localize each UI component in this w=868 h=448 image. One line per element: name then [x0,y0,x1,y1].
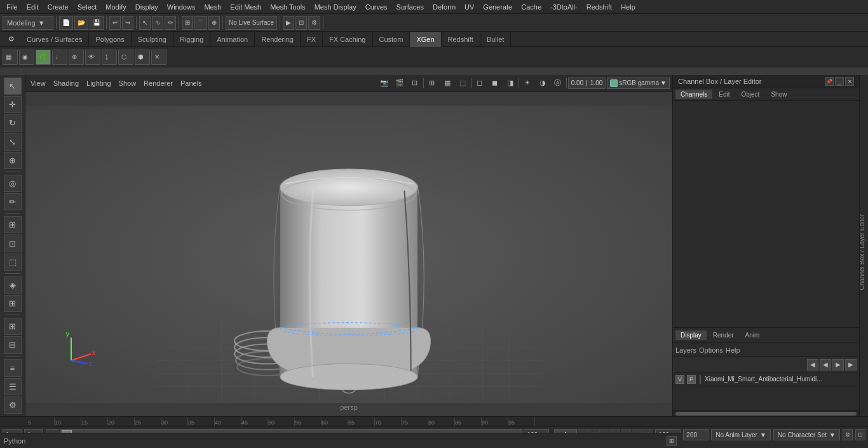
layer-top-btn[interactable]: ▶ [845,359,857,370]
lasso-tool-btn[interactable]: ∿ [152,16,163,30]
vp-frame-btn[interactable]: ▦ [440,76,454,90]
layer-tab-render[interactable]: Render [708,330,739,340]
select-tool-btn[interactable]: ↖ [139,16,151,30]
tab-fx-caching[interactable]: FX Caching [323,32,372,47]
vp-menu-panels[interactable]: Panels [178,78,205,88]
snap-surface-btn[interactable]: ⊡ [4,234,22,252]
xgen-btn-7[interactable]: ⤵ [102,50,117,65]
menu-edit[interactable]: Edit [23,2,43,12]
cb-tab-channels[interactable]: Channels [675,90,712,99]
open-scene-btn[interactable]: 📂 [74,16,88,30]
cb-tab-edit[interactable]: Edit [714,90,735,99]
snap-point-btn[interactable]: ⊞ [4,216,22,233]
layer-back-btn[interactable]: ◀ [820,359,831,370]
select-tool-btn[interactable]: ↖ [4,78,22,95]
menu-curves[interactable]: Curves [362,2,391,12]
layer-tab-anim[interactable]: Anim [740,330,765,340]
viewport-canvas[interactable]: x y z persp [25,92,672,416]
vp-aa-btn[interactable]: Ⓐ [551,76,565,90]
paint-select-btn[interactable]: ✏ [4,193,22,210]
layer-playback-0[interactable]: P [687,375,696,384]
scale-tool-btn[interactable]: ⤡ [4,133,22,151]
vp-menu-renderer[interactable]: Renderer [141,78,175,88]
ipr-btn[interactable]: ⊡ [295,16,307,30]
layer-row-0[interactable]: V P Xiaomi_Mi_Smart_Antibacterial_Humidi… [673,372,859,386]
menu-generate[interactable]: Generate [479,2,516,12]
layer-scrollbar[interactable] [673,410,859,416]
xgen-btn-10[interactable]: ✕ [151,50,166,65]
menu-mesh[interactable]: Mesh [200,2,225,12]
tab-sculpting[interactable]: Sculpting [132,32,173,47]
tab-animation[interactable]: Animation [210,32,255,47]
live-surface-btn[interactable]: No Live Surface [226,16,277,30]
vp-smooth-btn[interactable]: ◼ [488,76,502,90]
tab-curves-surfaces[interactable]: Curves / Surfaces [20,32,89,47]
xgen-btn-8[interactable]: ⬡ [118,50,133,65]
vp-ao-btn[interactable]: ◑ [536,76,550,90]
no-anim-layer-field[interactable]: No Anim Layer ▼ [711,429,771,440]
cb-pin-btn[interactable]: 📌 [825,77,834,86]
xgen-btn-4[interactable]: ↓ [52,50,67,65]
grid-btn[interactable]: ⊞ [4,295,22,312]
vp-shadow-btn[interactable]: ☀ [520,76,534,90]
menu-3dtall[interactable]: -3DtoAll- [546,2,581,12]
menu-select[interactable]: Select [74,2,101,12]
layer-visibility-0[interactable]: V [675,375,684,384]
workspace-dropdown[interactable]: Modeling ▼ [3,16,53,30]
menu-cache[interactable]: Cache [517,2,545,12]
snap-grid-btn[interactable]: ⊞ [182,16,193,30]
anim-settings-btn[interactable]: ⚙ [843,429,853,440]
vp-colorspace[interactable]: sRGB gamma ▼ [607,78,670,89]
redo-btn[interactable]: ↪ [122,16,133,30]
vp-menu-lighting[interactable]: Lighting [84,78,114,88]
vp-menu-show[interactable]: Show [116,78,139,88]
anim-extra-btn[interactable]: ⊡ [855,429,865,440]
vp-menu-shading[interactable]: Shading [51,78,81,88]
menu-create[interactable]: Create [44,2,72,12]
menu-modify[interactable]: Modify [102,2,130,12]
tab-rendering[interactable]: Rendering [255,32,301,47]
rotate-tool-btn[interactable]: ↻ [4,114,22,132]
save-scene-btn[interactable]: 💾 [90,16,104,30]
xgen-btn-2[interactable]: ◉ [19,50,34,65]
cb-tab-object[interactable]: Object [736,90,765,99]
layers-btn[interactable]: ≡ [4,359,22,376]
tab-polygons[interactable]: Polygons [89,32,131,47]
menu-file[interactable]: File [3,2,22,12]
menu-display[interactable]: Display [132,2,162,12]
tab-xgen[interactable]: XGen [410,32,441,47]
undo-btn[interactable]: ↩ [109,16,121,30]
create-cage-btn[interactable]: ⬚ [4,254,22,271]
menu-deform[interactable]: Deform [429,2,459,12]
menu-mesh-tools[interactable]: Mesh Tools [266,2,309,12]
no-char-set-field[interactable]: No Character Set ▼ [773,429,840,440]
menu-surfaces[interactable]: Surfaces [393,2,428,12]
layer-fwd-btn[interactable]: ▶ [832,359,844,370]
move-tool-btn[interactable]: ✛ [4,96,22,113]
vp-film-btn[interactable]: 🎬 [393,76,407,90]
vp-flat-btn[interactable]: ◨ [503,76,517,90]
tab-rigging[interactable]: Rigging [173,32,210,47]
layer-menu-help[interactable]: Help [726,346,740,354]
menu-help[interactable]: Help [617,2,639,12]
snap-point-btn[interactable]: ⊕ [208,16,220,30]
new-scene-btn[interactable]: 📄 [59,16,73,30]
xgen-btn-5[interactable]: ⊕ [69,50,84,65]
cb-close-btn[interactable]: ✕ [845,77,854,86]
plus-multi-btn[interactable]: ⊞ [4,318,22,335]
menu-uv[interactable]: UV [461,2,478,12]
menu-mesh-display[interactable]: Mesh Display [311,2,360,12]
snap-curve-btn[interactable]: ⌒ [194,16,207,30]
vp-huds-btn[interactable]: ⬚ [456,76,470,90]
xgen-btn-3[interactable]: 🌿 [36,50,51,65]
menu-windows[interactable]: Windows [163,2,200,12]
render-btn[interactable]: ▶ [283,16,294,30]
vp-grid-btn[interactable]: ⊞ [425,76,439,90]
minus-multi-btn[interactable]: ⊟ [4,336,22,353]
cb-tab-show[interactable]: Show [766,90,792,99]
tab-redshift[interactable]: Redshift [442,32,480,47]
xgen-btn-6[interactable]: 👁 [85,50,100,65]
vp-camera-btn[interactable]: 📷 [377,76,391,90]
layer-add-btn[interactable]: ◀ [807,359,818,370]
layer-tab-display[interactable]: Display [675,330,707,340]
